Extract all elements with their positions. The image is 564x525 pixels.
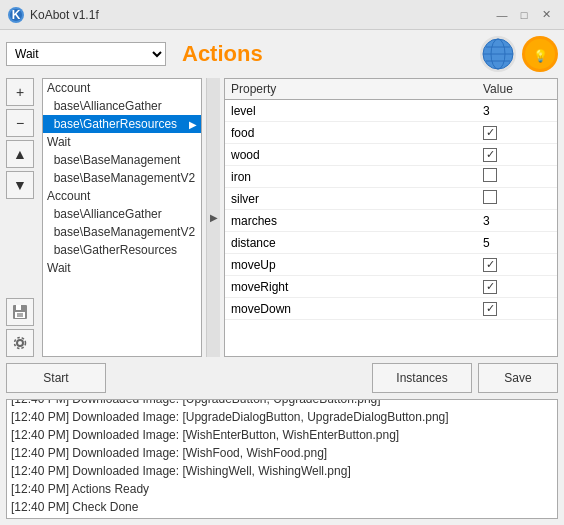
expand-arrow[interactable]: ▶ [206,78,220,357]
action-list-item[interactable]: Account [43,79,201,97]
close-button[interactable]: ✕ [536,5,556,25]
instances-button[interactable]: Instances [372,363,472,393]
table-row: food [225,122,557,144]
table-row: silver [225,188,557,210]
top-row: Wait Loop Stop Actions 💡 [6,36,558,72]
globe-icon [480,36,516,72]
window-controls: — □ ✕ [492,5,556,25]
main-content: Wait Loop Stop Actions 💡 [0,30,564,525]
table-row: iron [225,166,557,188]
action-buttons-col: + − ▲ ▼ [6,78,38,357]
settings-button[interactable] [6,329,34,357]
checkbox-food[interactable] [483,126,497,140]
move-down-button[interactable]: ▼ [6,171,34,199]
action-list-item[interactable]: base\BaseManagementV2 [43,169,201,187]
svg-point-14 [17,340,23,346]
log-line: [12:40 PM] Downloaded Image: [WishFood, … [11,444,553,462]
wait-select[interactable]: Wait Loop Stop [6,42,166,66]
value-marches[interactable]: 3 [477,210,557,232]
save-button[interactable]: Save [478,363,558,393]
save-disk-button[interactable] [6,298,34,326]
checkbox-moveDown[interactable] [483,302,497,316]
checkbox-iron[interactable] [483,168,497,182]
middle-row: + − ▲ ▼ Account base\All [6,78,558,357]
log-line: [12:40 PM] Actions Ready [11,480,553,498]
maximize-button[interactable]: □ [514,5,534,25]
action-list-item[interactable]: base\AllianceGather [43,97,201,115]
svg-rect-11 [16,305,21,310]
titlebar: K KoAbot v1.1f — □ ✕ [0,0,564,30]
checkbox-moveRight[interactable] [483,280,497,294]
svg-text:💡: 💡 [533,48,548,63]
action-list-item[interactable]: Account [43,187,201,205]
table-row: level3 [225,100,557,122]
log-line: [12:40 PM] Downloaded Image: [UpgradeBut… [11,400,553,408]
svg-rect-13 [17,313,23,317]
checkbox-silver[interactable] [483,190,497,204]
value-level[interactable]: 3 [477,100,557,122]
bottom-buttons-row: Start Instances Save [6,363,558,393]
checkbox-moveUp[interactable] [483,258,497,272]
actions-title: Actions [172,41,474,67]
start-button[interactable]: Start [6,363,106,393]
add-button[interactable]: + [6,78,34,106]
action-list-item[interactable]: base\GatherResources ▶ [43,115,201,133]
action-list: Account base\AllianceGather base\GatherR… [42,78,202,357]
table-row: wood [225,144,557,166]
window-title: KoAbot v1.1f [30,8,492,22]
properties-panel: Property Value level3foodwoodironsilverm… [224,78,558,357]
action-list-item[interactable]: base\BaseManagementV2 [43,223,201,241]
action-list-item[interactable]: Wait [43,133,201,151]
svg-text:K: K [12,8,21,22]
value-col-header: Value [477,79,557,100]
action-list-item[interactable]: Wait [43,259,201,277]
table-row: distance5 [225,232,557,254]
checkbox-wood[interactable] [483,148,497,162]
table-row: moveRight [225,276,557,298]
log-line: [12:40 PM] Downloaded Image: [WishingWel… [11,462,553,480]
bulb-icon: 💡 [522,36,558,72]
action-list-item[interactable]: base\GatherResources [43,241,201,259]
log-line: [12:40 PM] Downloaded Image: [UpgradeDia… [11,408,553,426]
log-line: [12:40 PM] Check Done [11,498,553,516]
properties-table: Property Value level3foodwoodironsilverm… [225,79,557,320]
action-list-item[interactable]: base\AllianceGather [43,205,201,223]
table-row: moveUp [225,254,557,276]
properties-scroll-area[interactable]: Property Value level3foodwoodironsilverm… [225,79,557,356]
minimize-button[interactable]: — [492,5,512,25]
table-row: moveDown [225,298,557,320]
app-icon: K [8,7,24,23]
log-content: [12:40 PM] Downloaded Image: [UnopenedDa… [7,400,557,518]
property-col-header: Property [225,79,477,100]
table-row: marches3 [225,210,557,232]
action-list-item[interactable]: base\BaseManagement [43,151,201,169]
value-distance[interactable]: 5 [477,232,557,254]
remove-button[interactable]: − [6,109,34,137]
log-area: [12:40 PM] Downloaded Image: [UnopenedDa… [6,399,558,519]
move-up-button[interactable]: ▲ [6,140,34,168]
log-line: [12:40 PM] Downloaded Image: [WishEnterB… [11,426,553,444]
